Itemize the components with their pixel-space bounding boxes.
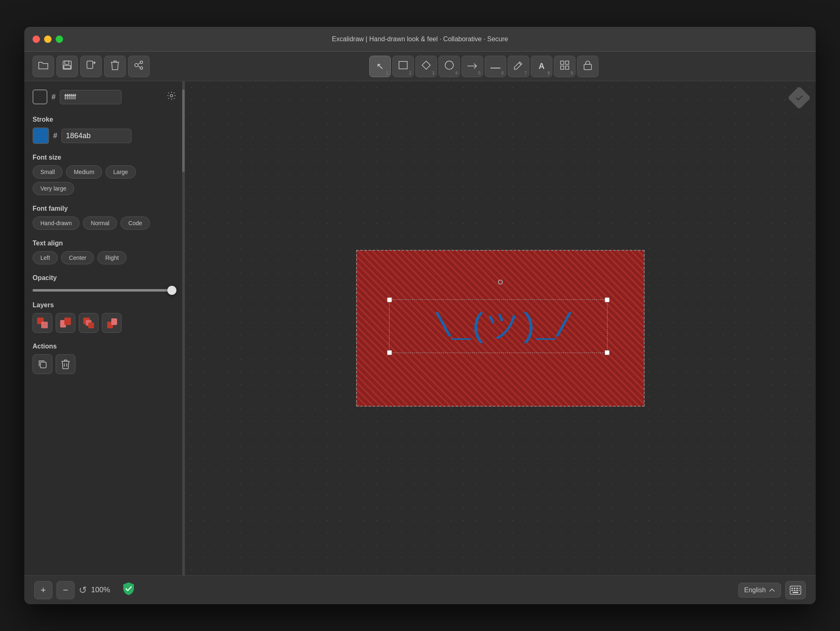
stroke-color-input[interactable] [61, 129, 131, 143]
align-center[interactable]: Center [61, 251, 94, 264]
save-button[interactable] [56, 56, 78, 77]
diamond-tool-button[interactable]: 3 [415, 56, 437, 77]
selection-handle-br[interactable] [605, 350, 610, 355]
font-normal[interactable]: Normal [83, 217, 117, 230]
hash-symbol: # [52, 93, 56, 101]
background-color-input[interactable] [60, 90, 122, 104]
export-button[interactable] [80, 56, 102, 77]
kaomoji-text: \_(ツ)_/ [377, 311, 628, 344]
grid-tool-num: 9 [570, 71, 573, 75]
selection-handle-tl[interactable] [387, 297, 392, 302]
share-icon [133, 61, 145, 72]
svg-point-5 [140, 61, 143, 64]
align-right[interactable]: Right [97, 251, 127, 264]
layer-bring-forward-button[interactable] [56, 313, 75, 333]
line-icon [490, 61, 501, 72]
lock-tool-button[interactable] [577, 56, 598, 77]
text-align-label: Text align [33, 240, 176, 247]
pencil-tool-button[interactable]: 7 [508, 56, 529, 77]
window-title: Excalidraw | Hand-drawn look & feel · Co… [332, 35, 508, 43]
zoom-level: 100% [91, 586, 116, 594]
arrow-tool-button[interactable]: 5 [462, 56, 483, 77]
ellipse-tool-button[interactable]: 4 [439, 56, 460, 77]
svg-rect-35 [796, 590, 798, 591]
minimize-button[interactable] [44, 35, 52, 43]
rectangle-tool-num: 2 [409, 71, 411, 75]
stroke-row: # [33, 127, 176, 144]
svg-rect-36 [799, 590, 800, 591]
arrow-tool-num: 5 [478, 71, 481, 75]
panel-scrollbar-thumb[interactable] [182, 89, 185, 172]
selection-handle-tr[interactable] [605, 297, 610, 302]
opacity-label: Opacity [33, 274, 176, 282]
svg-rect-0 [63, 61, 71, 69]
open-folder-button[interactable] [33, 56, 54, 77]
duplicate-action-button[interactable] [33, 354, 52, 374]
svg-rect-9 [561, 61, 564, 64]
zoom-in-button[interactable]: + [34, 581, 52, 599]
actions-row [33, 354, 176, 374]
font-size-group: Small Medium Large Very large [33, 165, 176, 195]
background-color-row: # [33, 89, 176, 104]
zoom-out-button[interactable]: − [56, 581, 75, 599]
title-bar: Excalidraw | Hand-drawn look & feel · Co… [24, 27, 816, 52]
text-icon: A [539, 61, 544, 71]
layer-send-to-back-button[interactable] [79, 313, 99, 333]
stroke-swatch[interactable] [33, 127, 49, 144]
opacity-fill [33, 289, 176, 292]
delete-button[interactable] [104, 56, 126, 77]
svg-rect-11 [561, 66, 564, 69]
layer-bring-to-front-button[interactable] [102, 313, 122, 333]
keyboard-icon [790, 586, 801, 595]
canvas-area[interactable]: \_(ツ)_/ [185, 81, 816, 575]
opacity-thumb[interactable] [167, 286, 176, 295]
app-window: Excalidraw | Hand-drawn look & feel · Co… [24, 27, 816, 604]
select-tool-button[interactable]: ↖ 1 [369, 56, 391, 77]
share-button[interactable] [128, 56, 150, 77]
panel-scrollbar [182, 81, 185, 575]
rectangle-tool-button[interactable]: 2 [392, 56, 414, 77]
line-tool-button[interactable]: 6 [485, 56, 506, 77]
svg-rect-23 [111, 318, 117, 325]
selection-handle-bl[interactable] [387, 350, 392, 355]
svg-rect-13 [584, 64, 591, 70]
text-tool-button[interactable]: A 8 [531, 56, 552, 77]
svg-rect-10 [565, 61, 569, 64]
folder-icon [38, 61, 49, 72]
delete-action-button[interactable] [56, 354, 75, 374]
font-hand-drawn[interactable]: Hand-drawn [33, 217, 80, 230]
grid-tool-button[interactable]: 9 [554, 56, 575, 77]
grid-icon [560, 61, 569, 72]
toolbar-center: ↖ 1 2 3 [160, 56, 807, 77]
select-icon: ↖ [376, 61, 384, 72]
zoom-out-icon: − [63, 585, 68, 596]
export-icon [86, 60, 96, 73]
opacity-slider-row [33, 286, 176, 292]
keyboard-button[interactable] [785, 581, 806, 599]
font-size-small[interactable]: Small [33, 165, 63, 179]
svg-rect-32 [799, 588, 800, 589]
maximize-button[interactable] [56, 35, 63, 43]
svg-rect-7 [399, 61, 407, 69]
toolbar-left [33, 56, 150, 77]
font-family-group: Hand-drawn Normal Code [33, 217, 176, 230]
svg-rect-24 [40, 362, 46, 368]
font-code[interactable]: Code [120, 217, 150, 230]
font-size-medium[interactable]: Medium [66, 165, 102, 179]
zoom-reset-button[interactable]: ↺ [79, 584, 87, 596]
stroke-label: Stroke [33, 116, 176, 123]
font-size-large[interactable]: Large [106, 165, 136, 179]
layer-send-backward-button[interactable] [33, 313, 52, 333]
close-button[interactable] [33, 35, 40, 43]
language-selector[interactable]: English [738, 583, 781, 598]
align-left[interactable]: Left [33, 251, 58, 264]
svg-rect-18 [64, 318, 71, 325]
rotate-handle[interactable] [498, 280, 503, 285]
settings-button[interactable] [167, 91, 176, 103]
opacity-track [33, 289, 176, 292]
font-size-very-large[interactable]: Very large [33, 182, 74, 195]
background-swatch[interactable] [33, 89, 47, 104]
ellipse-icon [445, 61, 454, 72]
diamond-icon [422, 61, 431, 72]
bottom-bar: + − ↺ 100% English [24, 575, 816, 604]
